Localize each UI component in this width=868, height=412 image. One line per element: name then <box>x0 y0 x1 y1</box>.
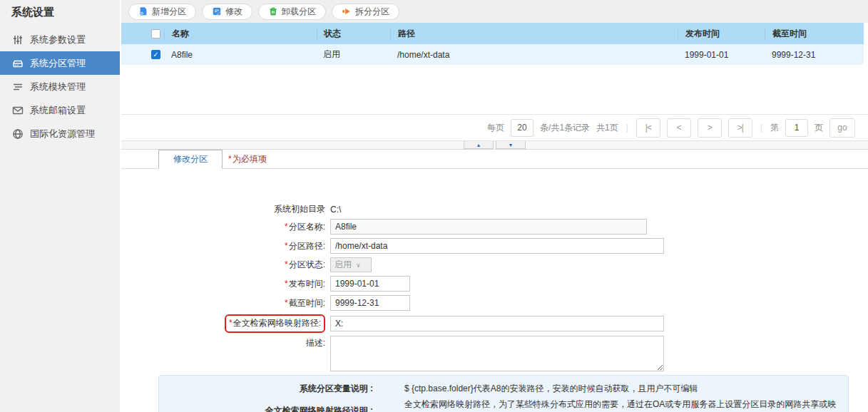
partition-icon <box>11 57 24 69</box>
note-row-fulltext: 全文检索网络映射路径说明 : 全文检索网络映射路径，为了某些特殊分布式应用的需要… <box>159 398 839 412</box>
triangle-up-icon: ▲ <box>476 143 481 148</box>
table-row[interactable]: ✓ A8file 启用 /home/xt-data 1999-01-01 999… <box>121 44 864 65</box>
records-label: 条/共1条记录 <box>540 122 590 134</box>
required-star: * <box>229 318 233 328</box>
sidebar-item-i18n-resources[interactable]: 国际化资源管理 <box>0 122 120 145</box>
sidebar-item-label: 系统分区管理 <box>30 57 86 70</box>
partition-name-label: 分区名称: <box>289 222 325 232</box>
split-partition-button[interactable]: 拆分分区 <box>332 4 399 20</box>
column-header-path: 路径 <box>390 27 678 40</box>
form-row-partition-status: *分区状态: 启用 ∨ <box>121 257 868 272</box>
split-icon <box>342 6 352 16</box>
per-page-input[interactable] <box>511 119 533 137</box>
tab-modify-partition[interactable]: 修改分区 <box>158 150 223 169</box>
unload-partition-button[interactable]: 卸载分区 <box>258 4 326 20</box>
sidebar-item-mail-settings[interactable]: 系统邮箱设置 <box>0 98 120 122</box>
sidebar-item-label: 系统模块管理 <box>30 81 86 93</box>
cell-expire-time: 9999-12-31 <box>765 50 864 60</box>
form-tabbar: 修改分区 *为必填项 <box>121 150 868 169</box>
description-label: 描述: <box>121 336 330 349</box>
triangle-down-icon: ▼ <box>509 143 514 148</box>
cell-path: /home/xt-data <box>390 50 678 60</box>
prev-page-button[interactable]: < <box>667 118 691 138</box>
required-star: * <box>228 154 232 164</box>
sidebar-item-label: 系统邮箱设置 <box>30 104 86 117</box>
tab-label: 修改分区 <box>173 153 208 165</box>
partition-status-label: 分区状态: <box>289 259 325 269</box>
globe-icon <box>11 128 24 140</box>
description-textarea[interactable] <box>330 336 664 371</box>
sidebar-item-partition-mgmt[interactable]: 系统分区管理 <box>0 51 120 75</box>
page-prefix-label: 第 <box>770 122 779 134</box>
fulltext-note-text: 全文检索网络映射路径，为了某些特殊分布式应用的需要，通过在OA或专用服务器上设置… <box>404 398 839 412</box>
header-checkbox-cell <box>121 29 164 38</box>
init-dir-value: C:\ <box>330 205 341 215</box>
partition-table-header: 名称 状态 路径 发布时间 截至时间 <box>121 23 864 44</box>
cell-status: 启用 <box>317 48 390 61</box>
variable-note-text: $ {ctp.base.folder}代表A8的安装路径，安装的时候自动获取，且… <box>404 382 839 396</box>
sliders-icon <box>11 34 24 46</box>
column-header-expire-time: 截至时间 <box>765 27 864 40</box>
fulltext-path-label: 全文检索网络映射路径: <box>233 318 321 328</box>
form-row-expire-time: *截至时间: <box>121 295 868 311</box>
required-star: * <box>285 259 288 269</box>
form-row-publish-time: *发布时间: <box>121 276 868 292</box>
modify-partition-form: 系统初始目录 C:\ *分区名称: *分区路径: *分区状态: 启用 ∨ *发布… <box>121 169 868 412</box>
status-selected-value: 启用 <box>335 259 352 271</box>
required-fields-note: *为必填项 <box>228 150 267 168</box>
per-page-label: 每页 <box>487 122 504 134</box>
collapse-down-button[interactable]: ▼ <box>496 141 526 149</box>
required-star: * <box>285 222 288 232</box>
cell-publish-time: 1999-01-01 <box>678 50 765 60</box>
chevron-down-icon: ∨ <box>356 262 361 269</box>
last-page-button[interactable]: >| <box>728 118 752 138</box>
partition-path-input[interactable] <box>330 238 664 254</box>
app-window: 系统设置 系统参数设置 系统分区管理 系统模块管理 系统邮箱设置 <box>0 0 868 412</box>
fulltext-note-label: 全文检索网络映射路径说明 : <box>159 405 373 412</box>
init-dir-label: 系统初始目录 <box>121 203 330 215</box>
pagination-separator: | <box>625 123 630 133</box>
pagination-bar: 每页 条/共1条记录 共1页 | |< < > >| | 第 页 go <box>121 114 868 140</box>
publish-time-label: 发布时间: <box>289 279 325 289</box>
required-star: * <box>285 298 288 308</box>
sidebar-item-label: 系统参数设置 <box>30 34 86 46</box>
row-checkbox-cell: ✓ <box>121 50 164 59</box>
fulltext-path-input[interactable] <box>330 316 664 331</box>
first-page-button[interactable]: |< <box>636 118 660 138</box>
form-row-init-dir: 系统初始目录 C:\ <box>121 203 868 215</box>
collapse-up-button[interactable]: ▲ <box>464 141 494 149</box>
modules-icon <box>11 81 24 93</box>
unload-partition-label: 卸载分区 <box>282 6 316 18</box>
panel-splitter[interactable]: ▲ ▼ <box>121 140 868 150</box>
mail-icon <box>11 104 24 116</box>
page-number-input[interactable] <box>785 119 808 137</box>
publish-time-input[interactable] <box>330 276 410 292</box>
select-all-checkbox[interactable] <box>151 29 160 38</box>
trash-icon <box>268 6 278 16</box>
sidebar-title: 系统设置 <box>0 0 120 28</box>
required-note-text: 为必填项 <box>233 153 267 165</box>
split-partition-label: 拆分分区 <box>355 6 389 18</box>
add-partition-button[interactable]: 新增分区 <box>128 4 196 20</box>
partition-path-label: 分区路径: <box>289 241 325 251</box>
sidebar-item-system-params[interactable]: 系统参数设置 <box>0 28 120 51</box>
partition-status-select[interactable]: 启用 ∨ <box>330 257 372 272</box>
page-suffix-label: 页 <box>815 122 823 134</box>
expire-time-input[interactable] <box>330 295 410 311</box>
form-row-partition-path: *分区路径: <box>121 238 868 254</box>
sidebar: 系统设置 系统参数设置 系统分区管理 系统模块管理 系统邮箱设置 <box>0 0 121 412</box>
modify-button[interactable]: 修改 <box>202 4 252 20</box>
table-empty-space <box>121 65 868 114</box>
add-partition-label: 新增分区 <box>152 6 186 18</box>
partition-toolbar: 新增分区 修改 卸载分区 拆分分区 <box>121 0 868 23</box>
expire-time-label: 截至时间: <box>289 298 325 308</box>
cell-name: A8file <box>164 50 317 60</box>
row-checkbox[interactable]: ✓ <box>151 50 160 59</box>
column-header-publish-time: 发布时间 <box>678 27 765 40</box>
partition-name-input[interactable] <box>330 219 647 235</box>
go-button[interactable]: go <box>829 118 855 138</box>
main-content: 新增分区 修改 卸载分区 拆分分区 <box>121 0 868 412</box>
next-page-button[interactable]: > <box>698 118 722 138</box>
form-row-partition-name: *分区名称: <box>121 219 868 235</box>
sidebar-item-module-mgmt[interactable]: 系统模块管理 <box>0 75 120 98</box>
